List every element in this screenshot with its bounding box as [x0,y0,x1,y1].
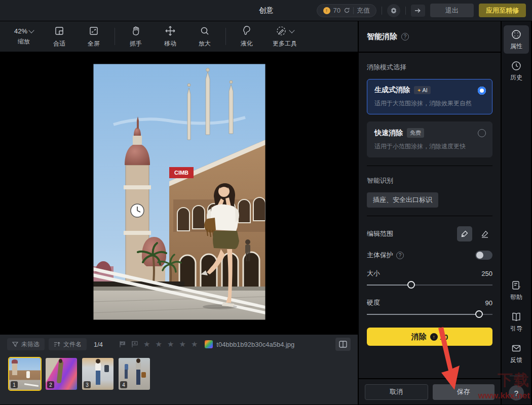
star-icon-3[interactable]: ★ [167,340,174,349]
gear-icon [390,7,397,14]
topbar-divider [382,7,382,15]
subject-protect-label: 主体保护 [367,251,393,260]
sparkle-icon: ✦ [417,88,421,93]
split-view-icon [339,341,347,348]
svg-text:?: ? [518,285,521,290]
exit-button[interactable]: 退出 [430,4,474,17]
size-slider[interactable] [367,280,492,290]
filter-icon [12,341,18,347]
tab-properties[interactable]: 属性 [504,25,529,54]
section-divider [367,166,492,166]
refresh-icon[interactable] [344,7,350,14]
free-badge: 免费 [407,128,424,138]
rail-divider [510,376,523,376]
tab-help[interactable]: ? 帮助 [504,276,529,305]
brush-tool-button[interactable] [457,226,472,241]
fit-icon [54,25,64,37]
star-icon-5[interactable]: ★ [191,340,198,349]
right-rail: 属性 历史 ? 帮助 引导 反馈 ? [502,21,531,404]
save-button[interactable]: 保存 [433,384,495,400]
recognition-chip[interactable]: 插座、安全出口标识 [367,192,438,208]
feedback-mail-icon [511,343,522,354]
guide-book-icon [511,311,522,322]
tool-hand[interactable]: 抓手 [120,25,151,48]
toolbar-separator [115,28,115,45]
size-label: 大小 [367,269,380,278]
tool-more[interactable]: 更多工具 [265,25,304,48]
tool-fullscreen[interactable]: 全屏 [78,25,109,48]
hardness-row: 硬度 90 [367,298,492,307]
mode-quick-erase[interactable]: 快速消除 免费 适用于小范围涂抹，消除速度更快 [367,122,492,157]
radio-unselected-icon[interactable] [478,129,486,137]
sort-button[interactable]: 文件名 [49,338,87,350]
magnifier-icon [200,25,210,37]
filter-button[interactable]: 未筛选 [7,338,45,350]
edit-range-label: 编辑范围 [367,229,393,238]
coin-icon: ↑ [323,7,330,14]
size-value: 250 [481,270,492,277]
panel-footer: 取消 保存 [359,378,501,404]
image-counter: 1/4 [94,341,103,348]
tools-toolbar: 42% 缩放 合适 全屏 [0,21,358,53]
star-icon-2[interactable]: ★ [156,340,162,349]
more-tools-icon [276,25,294,37]
thumbnail-4[interactable]: 4 [119,358,150,390]
subject-protect-help-icon[interactable]: ? [396,252,404,259]
erase-button[interactable]: 消除 ↑ 10 [367,328,492,346]
tool-liquify[interactable]: 液化 [231,25,262,48]
thumbnail-2[interactable]: 2 [46,358,77,390]
photo[interactable]: CIMB [93,64,265,320]
eraser-tool-button[interactable] [477,226,492,241]
thumbnail-1[interactable]: 1 [9,358,41,390]
photo-cimb-sign: CIMB [169,167,194,178]
settings-gear-button[interactable] [387,4,400,17]
global-help-button[interactable]: ? [509,385,524,400]
size-slider-thumb[interactable] [407,281,415,289]
star-icon-1[interactable]: ★ [143,340,150,349]
flag-reject-icon[interactable] [131,341,138,348]
flag-accept-icon[interactable] [119,341,126,348]
tab-guide[interactable]: 引导 [504,308,529,336]
edit-range-row: 编辑范围 [367,226,492,241]
topbar: 创意 ↑ 70 充值 退出 应用至精修 [0,0,532,21]
color-label-icon[interactable] [205,340,213,348]
apply-to-retouch-button[interactable]: 应用至精修 [479,4,526,17]
thumbnail-3[interactable]: 3 [82,358,113,390]
zoom-dropdown[interactable]: 42% 缩放 [7,27,41,46]
ai-badge: ✦AI [414,86,431,94]
fullscreen-icon [89,25,99,37]
hardness-slider-thumb[interactable] [475,310,483,318]
cancel-button[interactable]: 取消 [365,384,428,400]
subject-protect-toggle[interactable] [475,251,492,260]
hand-icon [131,25,141,37]
split-view-button[interactable] [335,338,351,351]
recharge-button[interactable]: 充值 [357,6,370,15]
svg-text:CIMB: CIMB [174,170,188,176]
tool-fit[interactable]: 合适 [44,25,75,48]
radio-selected-icon[interactable] [478,87,486,95]
coin-balance-pill[interactable]: ↑ 70 充值 [317,4,376,17]
mode-generative-erase[interactable]: 生成式消除 ✦AI 适用于大范围涂抹，消除效果更自然 [367,79,492,114]
sort-icon [54,341,60,347]
coin-count: 70 [333,7,340,14]
help-doc-icon: ? [511,280,522,291]
help-question-icon[interactable]: ? [401,33,409,40]
tool-magnify[interactable]: 放大 [189,25,220,48]
star-icon-4[interactable]: ★ [179,340,185,349]
subject-protect-row: 主体保护 ? [367,251,492,260]
hardness-slider[interactable] [367,309,492,319]
tab-history[interactable]: 历史 [504,57,529,85]
editor-canvas[interactable]: CIMB [0,53,358,335]
panel-header: 智能消除 ? [359,21,501,53]
hardness-value: 90 [485,299,492,307]
export-button[interactable] [411,5,425,17]
tab-feedback[interactable]: 反馈 [504,339,529,368]
filmstrip-bar: 未筛选 文件名 1/4 ★ ★ ★ ★ ★ t04bbb1b92b30c4a5b… [0,335,358,354]
properties-icon [511,29,522,40]
erase-cost: 10 [440,333,448,341]
tool-move[interactable]: 移动 [155,25,186,48]
recognition-section-title: 智能识别 [367,176,492,185]
move-icon [165,25,176,37]
thumbnail-strip: 1 2 3 4 [0,354,358,404]
filename-display: t04bbb1b92b30c4a5b4.jpg [205,340,294,348]
